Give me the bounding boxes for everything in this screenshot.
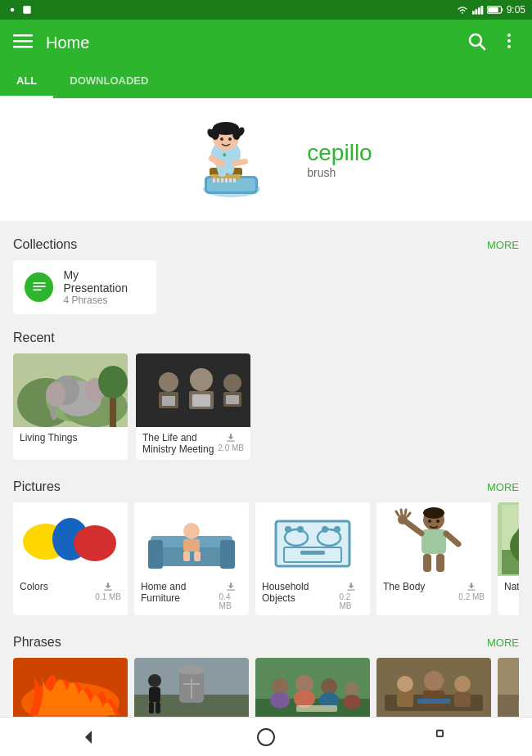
conversations-thumbnail <box>134 658 249 717</box>
recent-apps-button[interactable] <box>427 721 460 754</box>
phrase-item-return-visits[interactable]: Return Visits 0.5 MB <box>255 658 370 717</box>
svg-rect-5 <box>480 6 483 15</box>
household-thumbnail <box>259 505 366 574</box>
picture-image-home-furniture <box>134 502 249 576</box>
svg-rect-25 <box>217 178 219 182</box>
svg-point-107 <box>428 520 431 523</box>
status-bar: 9:05 <box>0 0 532 20</box>
app-bar: Home <box>0 20 532 65</box>
home-circle-icon <box>256 727 276 747</box>
menu-button[interactable] <box>13 31 33 54</box>
pictures-more[interactable]: MORE <box>487 481 519 493</box>
svg-rect-109 <box>467 590 475 591</box>
pictures-list: Colors 0.1 MB <box>13 502 519 615</box>
collections-section: Collections MORE My Presentation 4 Phras… <box>0 227 532 321</box>
svg-rect-4 <box>478 7 480 14</box>
download-badge-home: 0.4 MB <box>219 581 242 610</box>
recent-label-living-things: Living Things <box>13 427 128 460</box>
home-button[interactable] <box>250 721 282 754</box>
phrases-header: Phrases MORE <box>13 635 519 650</box>
picture-image-colors <box>13 502 128 576</box>
phrase-image-teaching <box>498 658 519 717</box>
svg-point-15 <box>507 39 511 43</box>
phrase-item-teaching[interactable]: Teaching <box>498 658 519 717</box>
recent-item-living-things[interactable]: Living Things <box>13 353 128 460</box>
svg-rect-152 <box>498 695 519 717</box>
phrases-more[interactable]: MORE <box>487 637 519 649</box>
tab-downloaded[interactable]: DOWNLOADED <box>53 65 165 98</box>
svg-point-138 <box>343 695 361 709</box>
phrase-item-plans-promises[interactable]: Plans & Promises 0.6 MB <box>376 658 491 717</box>
pictures-title: Pictures <box>13 479 61 494</box>
svg-point-162 <box>258 729 274 745</box>
recent-image-ministry-meeting <box>136 353 250 427</box>
picture-image-household <box>255 502 370 576</box>
app-bar-actions <box>467 31 519 54</box>
svg-rect-44 <box>33 282 45 284</box>
svg-rect-1 <box>23 6 30 13</box>
svg-point-71 <box>74 525 116 561</box>
search-button[interactable] <box>467 31 486 54</box>
picture-item-body[interactable]: The Body 0.2 MB <box>376 502 491 615</box>
wifi-icon <box>456 4 469 16</box>
svg-rect-97 <box>422 529 446 554</box>
svg-line-101 <box>401 510 402 515</box>
svg-point-56 <box>98 366 128 398</box>
svg-point-0 <box>11 8 15 12</box>
phrase-item-conversations[interactable]: Conversations About Sickness and Death 0… <box>134 658 249 717</box>
false-beliefs-thumbnail <box>13 658 128 717</box>
phrase-item-false-beliefs[interactable]: False Beliefs About Death 0.3 MB <box>13 658 128 717</box>
download-badge-ministry: 2.0 MB <box>218 432 244 452</box>
svg-rect-121 <box>179 666 204 674</box>
phrases-title: Phrases <box>13 635 61 650</box>
picture-item-colors[interactable]: Colors 0.1 MB <box>13 502 128 615</box>
recent-label-ministry-meeting: The Life and Ministry Meeting 2.0 MB <box>136 427 250 460</box>
collection-name: My Presentation <box>63 268 145 295</box>
phrases-section: Phrases MORE False Beliefs About Death <box>0 625 532 717</box>
svg-rect-77 <box>220 540 235 569</box>
svg-point-92 <box>334 526 340 533</box>
svg-rect-8 <box>488 7 498 12</box>
picture-item-natural[interactable]: Natural Pro... <box>498 502 519 615</box>
picture-item-household[interactable]: Household Objects 0.2 MB <box>255 502 370 615</box>
svg-rect-126 <box>149 702 154 713</box>
menu-icon <box>13 31 33 51</box>
featured-card[interactable]: ✦ cepillo brush <box>0 98 532 221</box>
svg-rect-63 <box>192 394 210 407</box>
collections-more[interactable]: MORE <box>487 239 519 251</box>
recent-item-ministry-meeting[interactable]: The Life and Ministry Meeting 2.0 MB <box>136 353 250 460</box>
svg-rect-66 <box>226 395 239 404</box>
more-vertical-icon <box>499 31 519 51</box>
phrase-image-conversations <box>134 658 249 717</box>
picture-item-home-furniture[interactable]: Home and Furniture 0.4 MB <box>134 502 249 615</box>
svg-rect-72 <box>104 590 111 591</box>
phrase-image-plans-promises <box>376 658 491 717</box>
svg-rect-28 <box>229 178 232 182</box>
svg-text:✦: ✦ <box>221 151 228 160</box>
svg-point-96 <box>423 507 444 519</box>
svg-point-147 <box>454 676 471 692</box>
svg-point-143 <box>397 676 413 692</box>
recent-title: Recent <box>13 331 55 345</box>
tab-all[interactable]: ALL <box>0 65 53 98</box>
svg-point-42 <box>220 137 223 141</box>
status-bar-right: 9:05 <box>456 4 525 16</box>
svg-rect-79 <box>183 539 200 551</box>
back-button[interactable] <box>72 721 105 754</box>
svg-rect-149 <box>417 699 450 704</box>
svg-rect-29 <box>233 178 236 182</box>
cepillo-illustration: ✦ <box>162 117 289 203</box>
svg-marker-161 <box>85 731 92 744</box>
status-bar-left <box>7 4 33 16</box>
svg-point-16 <box>507 45 511 48</box>
more-button[interactable] <box>499 31 519 54</box>
back-icon <box>79 727 98 747</box>
collection-item[interactable]: My Presentation 4 Phrases <box>13 260 156 314</box>
return-visits-thumbnail <box>255 658 370 717</box>
svg-rect-9 <box>13 34 33 37</box>
svg-point-78 <box>183 523 200 539</box>
search-icon <box>467 31 486 51</box>
svg-point-90 <box>297 526 304 533</box>
svg-rect-26 <box>221 178 223 182</box>
svg-rect-67 <box>227 441 234 442</box>
